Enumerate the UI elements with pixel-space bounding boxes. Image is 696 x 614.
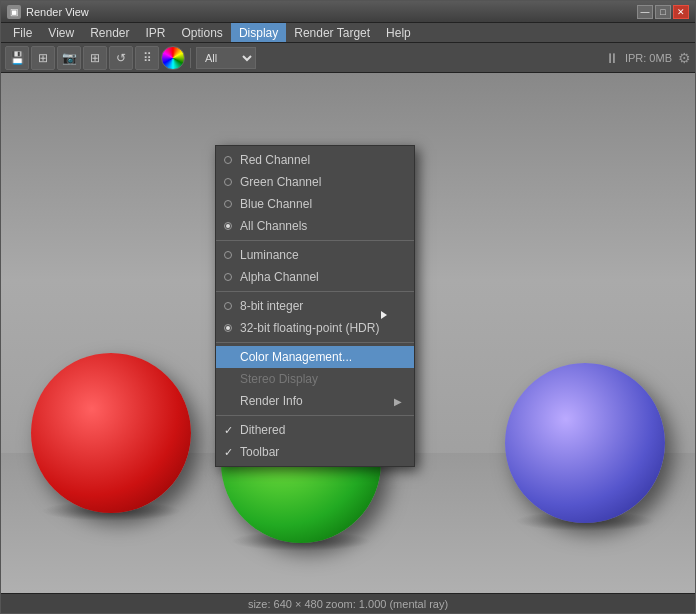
menu-color-management[interactable]: Color Management... — [216, 346, 414, 368]
separator-2 — [216, 291, 414, 292]
menu-stereo-display: Stereo Display — [216, 368, 414, 390]
check-dithered: ✓ — [224, 424, 233, 437]
menu-display[interactable]: Display — [231, 23, 286, 42]
minimize-button[interactable]: — — [637, 5, 653, 19]
toolbar: 💾 ⊞ 📷 ⊞ ↺ ⠿ All ⏸ IPR: 0MB ⚙ — [1, 43, 695, 73]
menu-options[interactable]: Options — [174, 23, 231, 42]
toolbar-refresh-button[interactable]: ↺ — [109, 46, 133, 70]
separator-3 — [216, 342, 414, 343]
ipr-status: IPR: 0MB — [625, 52, 672, 64]
menu-toolbar[interactable]: ✓ Toolbar — [216, 441, 414, 463]
maximize-button[interactable]: □ — [655, 5, 671, 19]
menu-luminance[interactable]: Luminance — [216, 244, 414, 266]
display-dropdown-menu: Red Channel Green Channel Blue Channel A… — [215, 145, 415, 467]
menu-help[interactable]: Help — [378, 23, 419, 42]
radio-red-channel — [224, 156, 232, 164]
radio-green-channel — [224, 178, 232, 186]
ball-red — [31, 353, 191, 513]
separator-1 — [216, 240, 414, 241]
radio-32bit-hdr — [224, 324, 232, 332]
toolbar-settings-icon[interactable]: ⚙ — [678, 50, 691, 66]
window-controls: — □ ✕ — [637, 5, 689, 19]
menu-ipr[interactable]: IPR — [138, 23, 174, 42]
menu-render-target[interactable]: Render Target — [286, 23, 378, 42]
toolbar-camera-button[interactable]: 📷 — [57, 46, 81, 70]
menu-green-channel[interactable]: Green Channel — [216, 171, 414, 193]
ball-blue — [505, 363, 665, 523]
status-text: size: 640 × 480 zoom: 1.000 (mental ray) — [248, 598, 448, 610]
radio-8bit — [224, 302, 232, 310]
toolbar-grid-button[interactable]: ⊞ — [83, 46, 107, 70]
render-view-window: ▣ Render View — □ ✕ File View Render IPR… — [0, 0, 696, 614]
menubar: File View Render IPR Options Display Ren… — [1, 23, 695, 43]
menu-32bit-hdr[interactable]: 32-bit floating-point (HDR) — [216, 317, 414, 339]
radio-luminance — [224, 251, 232, 259]
menu-all-channels[interactable]: All Channels — [216, 215, 414, 237]
window-title: Render View — [26, 6, 637, 18]
toolbar-color-button[interactable] — [161, 46, 185, 70]
menu-alpha-channel[interactable]: Alpha Channel — [216, 266, 414, 288]
separator-4 — [216, 415, 414, 416]
menu-view[interactable]: View — [40, 23, 82, 42]
menu-8bit[interactable]: 8-bit integer — [216, 295, 414, 317]
menu-render-info[interactable]: Render Info ▶ — [216, 390, 414, 412]
menu-render[interactable]: Render — [82, 23, 137, 42]
toolbar-save-button[interactable]: 💾 — [5, 46, 29, 70]
close-button[interactable]: ✕ — [673, 5, 689, 19]
toolbar-dots-button[interactable]: ⠿ — [135, 46, 159, 70]
toolbar-channel-select[interactable]: All — [196, 47, 256, 69]
submenu-arrow-icon: ▶ — [394, 396, 402, 407]
menu-dithered[interactable]: ✓ Dithered — [216, 419, 414, 441]
menu-blue-channel[interactable]: Blue Channel — [216, 193, 414, 215]
menu-red-channel[interactable]: Red Channel — [216, 149, 414, 171]
app-icon: ▣ — [7, 5, 21, 19]
toolbar-pause-icon: ⏸ — [605, 50, 619, 66]
radio-alpha-channel — [224, 273, 232, 281]
toolbar-copy-button[interactable]: ⊞ — [31, 46, 55, 70]
radio-all-channels — [224, 222, 232, 230]
menu-file[interactable]: File — [5, 23, 40, 42]
statusbar: size: 640 × 480 zoom: 1.000 (mental ray) — [1, 593, 695, 613]
check-toolbar: ✓ — [224, 446, 233, 459]
render-viewport: Red Channel Green Channel Blue Channel A… — [1, 73, 695, 593]
radio-blue-channel — [224, 200, 232, 208]
toolbar-right: ⏸ IPR: 0MB ⚙ — [605, 50, 691, 66]
toolbar-separator-1 — [190, 48, 191, 68]
title-bar: ▣ Render View — □ ✕ — [1, 1, 695, 23]
